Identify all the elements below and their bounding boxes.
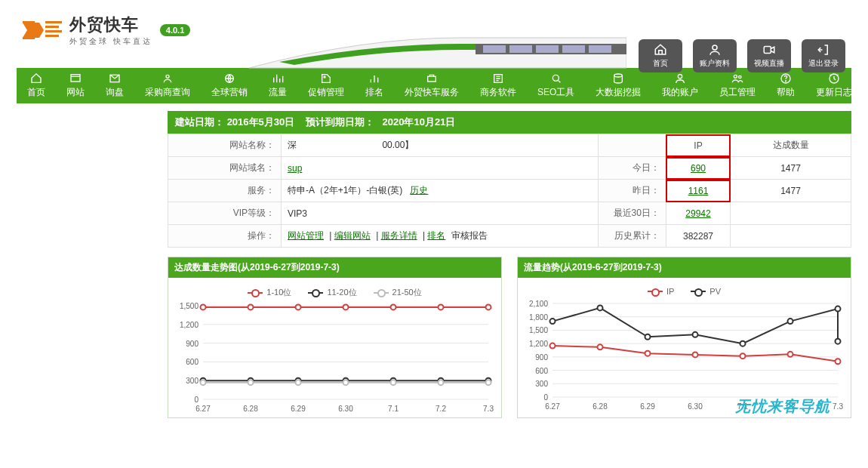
nav-label: 流量: [269, 86, 287, 99]
nav-item-account[interactable]: 我的账户: [651, 68, 709, 103]
stats-yesterday-ip: 1161: [666, 180, 730, 202]
svg-point-68: [439, 380, 444, 385]
stats-total-reach: [731, 225, 851, 248]
label-ops: 操作：: [168, 225, 282, 248]
stats-head-empty: [598, 134, 666, 157]
svg-point-23: [679, 75, 682, 79]
logo-text: 外贸快车 外贸全球 快车直达: [69, 14, 152, 47]
svg-point-104: [740, 341, 746, 346]
svg-point-12: [713, 45, 717, 50]
op-site-manage[interactable]: 网站管理: [288, 230, 324, 241]
svg-point-95: [645, 351, 651, 356]
svg-point-103: [693, 332, 698, 337]
app-root: 外贸快车 外贸全球 快车直达 4.0.1 首页 账户资料: [0, 0, 868, 426]
nav-item-buyer[interactable]: 采购商查询: [134, 68, 201, 103]
svg-rect-8: [509, 45, 532, 53]
svg-text:6.29: 6.29: [640, 402, 655, 411]
op-rank[interactable]: 排名: [427, 230, 445, 241]
nav-item-staff[interactable]: 员工管理: [709, 68, 766, 103]
top-action-logout[interactable]: 退出登录: [802, 39, 845, 72]
svg-text:7.3: 7.3: [483, 405, 494, 413]
logo: 外贸快车 外贸全球 快车直达: [23, 14, 152, 47]
help-icon: [780, 72, 792, 85]
svg-point-94: [598, 344, 603, 349]
ip-link-yesterday[interactable]: 1161: [688, 186, 709, 196]
svg-rect-10: [562, 45, 585, 53]
nav-label: 网站: [66, 86, 85, 99]
nav-item-home[interactable]: 首页: [17, 68, 56, 103]
value-site-name: 深 00.00】: [282, 134, 599, 157]
legend-label: IP: [666, 287, 674, 296]
nav-label: 排名: [365, 86, 383, 99]
top-action-home[interactable]: 首页: [639, 39, 682, 72]
stats-row-label: 最近30日：: [598, 202, 666, 225]
svg-point-24: [734, 75, 737, 78]
version-badge: 4.0.1: [160, 24, 190, 36]
label-service: 服务：: [168, 180, 282, 202]
expire-date: 2020年10月21日: [383, 116, 456, 128]
svg-point-65: [296, 380, 301, 385]
svg-text:7.2: 7.2: [436, 405, 446, 413]
stats-today-ip: 690: [666, 157, 730, 180]
svg-point-107: [836, 339, 841, 344]
svg-text:6.30: 6.30: [338, 405, 353, 413]
svg-point-101: [598, 305, 603, 310]
svg-rect-4: [45, 30, 62, 32]
svg-text:1,500: 1,500: [180, 303, 199, 310]
op-site-edit[interactable]: 编辑网站: [334, 230, 371, 241]
chart-legend: IP PV: [521, 282, 848, 300]
nav-label: 更新日志: [816, 86, 852, 99]
svg-point-100: [550, 319, 556, 324]
svg-text:6.27: 6.27: [195, 405, 211, 413]
nav-label: 询盘: [106, 86, 124, 99]
svg-text:1,200: 1,200: [180, 321, 199, 329]
value-vip: VIP3: [282, 202, 599, 225]
ip-link-30d[interactable]: 29942: [685, 208, 710, 219]
svg-rect-9: [536, 45, 559, 53]
nav-label: 首页: [27, 86, 45, 99]
op-service-detail[interactable]: 服务详情: [381, 230, 417, 241]
svg-point-63: [201, 380, 206, 385]
svg-text:300: 300: [535, 380, 548, 388]
chart-left-svg: 03006009001,2001,5006.276.286.296.307.17…: [171, 303, 496, 416]
top-action-profile[interactable]: 账户资料: [693, 39, 737, 72]
nav-label: 员工管理: [719, 86, 756, 99]
legend-label: 11-20位: [327, 287, 356, 298]
svg-point-102: [645, 334, 651, 340]
svg-point-66: [343, 380, 349, 385]
nav-item-site[interactable]: 网站: [56, 68, 95, 103]
nav-item-inquiry[interactable]: 询盘: [95, 68, 134, 103]
nav-item-help[interactable]: 帮助: [766, 68, 805, 103]
legend-marker-icon: [648, 291, 663, 292]
nav-item-cs[interactable]: 在线客服: [863, 68, 868, 103]
nav-item-changelog[interactable]: 更新日志: [805, 68, 863, 103]
inquiry-icon: [109, 72, 121, 85]
legend-label: 21-50位: [392, 287, 422, 298]
label-domain: 网站域名：: [168, 157, 282, 180]
brand-tagline: 外贸全球 快车直达: [69, 36, 152, 47]
ip-link-today[interactable]: 690: [691, 163, 706, 174]
service-history-link[interactable]: 历史: [410, 185, 428, 196]
top-action-bar: 首页 账户资料 视频直播 退出登录: [639, 39, 845, 72]
legend-marker-icon: [248, 292, 263, 294]
svg-text:6.29: 6.29: [291, 405, 306, 413]
nav-label: 我的账户: [662, 86, 698, 99]
charts-row: 达成数量走势图(从2019-6-27到2019-7-3) 1-10位 11-20…: [168, 257, 851, 418]
svg-text:6.28: 6.28: [243, 405, 258, 413]
top-action-live[interactable]: 视频直播: [747, 39, 791, 72]
chart-title: 达成数量走势图(从2019-6-27到2019-7-3): [168, 257, 501, 278]
svg-text:7.3: 7.3: [833, 402, 843, 411]
main-content: 建站日期： 2016年5月30日 预计到期日期： 2020年10月21日 网站名…: [17, 103, 851, 418]
nav-label: 大数据挖掘: [596, 86, 641, 99]
svg-text:7.1: 7.1: [388, 405, 399, 413]
value-ops: 网站管理 | 编辑网站 | 服务详情 | 排名 审核报告: [282, 225, 599, 248]
home-icon: [30, 72, 42, 85]
global-icon: [223, 72, 235, 85]
svg-rect-0: [23, 21, 35, 23]
domain-link[interactable]: sup: [288, 163, 302, 174]
top-action-label: 视频直播: [754, 58, 784, 69]
svg-text:1,800: 1,800: [529, 313, 548, 322]
svg-text:600: 600: [535, 367, 548, 375]
stats-row-label: 今日：: [598, 157, 666, 180]
svg-text:1,200: 1,200: [529, 340, 548, 348]
